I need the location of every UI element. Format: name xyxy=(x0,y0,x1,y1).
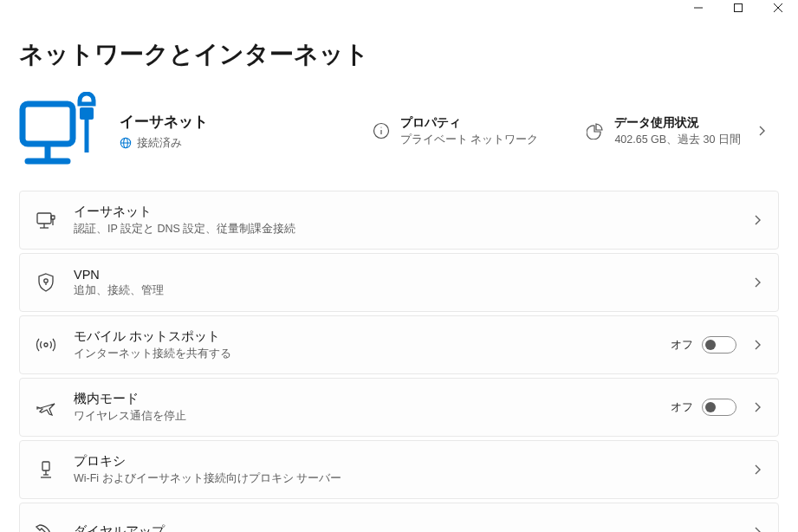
item-title: プロキシ xyxy=(74,453,752,470)
monitor-icon xyxy=(36,210,56,230)
list-item-ethernet[interactable]: イーサネット 認証、IP 設定と DNS 設定、従量制課金接続 xyxy=(19,191,779,250)
properties-subtitle: プライベート ネットワーク xyxy=(400,133,538,147)
connection-status: 接続済み xyxy=(120,135,366,151)
svg-rect-4 xyxy=(23,104,73,144)
item-subtitle: ワイヤレス通信を停止 xyxy=(74,409,671,424)
hotspot-icon xyxy=(36,334,56,355)
page-title: ネットワークとインターネット xyxy=(19,38,779,71)
pie-chart-icon xyxy=(587,122,604,139)
properties-title: プロパティ xyxy=(400,115,538,131)
airplane-icon xyxy=(36,397,56,418)
svg-rect-1 xyxy=(735,4,743,12)
toggle-label: オフ xyxy=(671,337,693,353)
data-usage-subtitle: 402.65 GB、過去 30 日間 xyxy=(614,133,741,147)
chevron-right-icon xyxy=(752,215,762,225)
minimize-button[interactable] xyxy=(678,0,718,16)
list-item-dialup[interactable]: ダイヤルアップ xyxy=(19,503,779,532)
svg-point-20 xyxy=(44,279,48,282)
svg-rect-7 xyxy=(80,107,94,120)
chevron-right-icon xyxy=(752,527,762,532)
item-title: モバイル ホットスポット xyxy=(74,328,671,345)
item-subtitle: インターネット接続を共有する xyxy=(74,347,671,361)
shield-icon xyxy=(36,272,56,293)
chevron-right-icon xyxy=(756,126,767,136)
svg-rect-15 xyxy=(37,213,51,224)
connection-status-row: イーサネット 接続済み プロパティ プライベート ネットワーク xyxy=(19,88,779,191)
close-button[interactable] xyxy=(758,0,798,16)
svg-point-14 xyxy=(380,127,381,127)
data-usage-title: データ使用状況 xyxy=(614,115,741,131)
minimize-icon xyxy=(694,3,703,12)
settings-list: イーサネット 認証、IP 設定と DNS 設定、従量制課金接続 VPN 追加、接… xyxy=(19,191,779,532)
proxy-icon xyxy=(36,459,56,480)
close-icon xyxy=(774,3,782,12)
chevron-right-icon xyxy=(752,464,762,475)
item-title: VPN xyxy=(74,268,752,282)
item-title: ダイヤルアップ xyxy=(74,523,752,533)
connection-summary: イーサネット 接続済み xyxy=(120,112,366,151)
chevron-right-icon xyxy=(752,402,762,412)
properties-card[interactable]: プロパティ プライベート ネットワーク xyxy=(366,115,545,147)
connection-status-text: 接続済み xyxy=(137,135,182,151)
chevron-right-icon xyxy=(752,277,762,288)
ethernet-big-icon xyxy=(19,92,101,170)
item-title: 機内モード xyxy=(74,391,671,407)
list-item-hotspot[interactable]: モバイル ホットスポット インターネット接続を共有する オフ xyxy=(19,315,779,374)
window-controls xyxy=(678,0,798,16)
data-usage-card[interactable]: データ使用状況 402.65 GB、過去 30 日間 xyxy=(580,115,779,147)
info-icon xyxy=(373,122,390,139)
list-item-vpn[interactable]: VPN 追加、接続、管理 xyxy=(19,253,779,312)
globe-icon xyxy=(120,137,132,149)
svg-rect-18 xyxy=(51,216,55,219)
item-title: イーサネット xyxy=(74,204,752,220)
hotspot-toggle[interactable] xyxy=(702,336,736,354)
item-subtitle: Wi-Fi およびイーサネット接続向けプロキシ サーバー xyxy=(74,471,752,486)
connection-name: イーサネット xyxy=(120,112,366,132)
dialup-icon xyxy=(36,522,56,532)
maximize-button[interactable] xyxy=(718,0,758,16)
list-item-proxy[interactable]: プロキシ Wi-Fi およびイーサネット接続向けプロキシ サーバー xyxy=(19,440,779,499)
svg-rect-23 xyxy=(42,462,49,470)
chevron-right-icon xyxy=(752,340,762,350)
maximize-icon xyxy=(734,3,743,12)
item-subtitle: 追加、接続、管理 xyxy=(74,283,752,298)
airplane-toggle[interactable] xyxy=(702,399,736,416)
svg-point-22 xyxy=(44,343,48,347)
item-subtitle: 認証、IP 設定と DNS 設定、従量制課金接続 xyxy=(74,222,752,237)
toggle-label: オフ xyxy=(671,399,693,415)
list-item-airplane[interactable]: 機内モード ワイヤレス通信を停止 オフ xyxy=(19,378,779,437)
